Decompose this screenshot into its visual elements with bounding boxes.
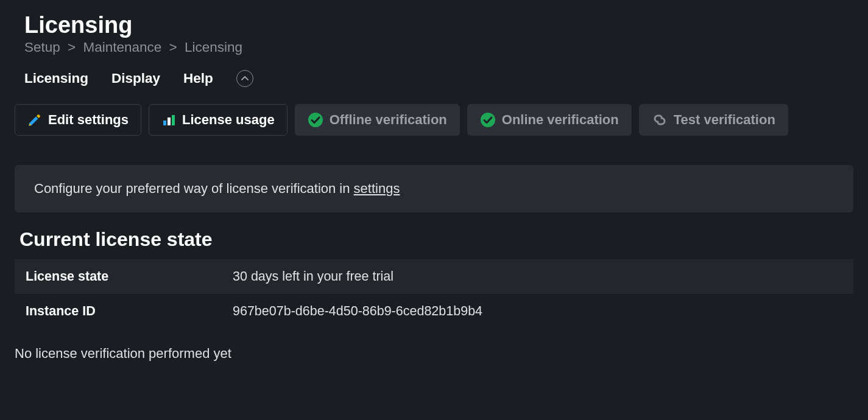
edit-settings-button[interactable]: Edit settings	[15, 104, 141, 136]
svg-rect-1	[168, 117, 171, 125]
breadcrumb-item[interactable]: Licensing	[185, 40, 242, 55]
button-label: Online verification	[502, 112, 619, 128]
breadcrumb-sep: >	[169, 40, 177, 55]
notice-text: Configure your preferred way of license …	[34, 181, 354, 196]
collapse-toggle[interactable]	[236, 70, 253, 87]
offline-verification-button[interactable]: Offline verification	[295, 104, 460, 136]
breadcrumb-item[interactable]: Maintenance	[83, 40, 161, 55]
breadcrumb-sep: >	[68, 40, 76, 55]
row-label: Instance ID	[26, 304, 233, 319]
svg-rect-0	[163, 121, 166, 125]
toolbar: Edit settings License usage Offline veri…	[15, 104, 853, 136]
button-label: Test verification	[674, 112, 775, 128]
button-label: Offline verification	[330, 112, 447, 128]
info-notice: Configure your preferred way of license …	[15, 165, 853, 212]
menu-display[interactable]: Display	[111, 71, 160, 86]
menu-help[interactable]: Help	[183, 71, 213, 86]
menu-licensing[interactable]: Licensing	[24, 71, 88, 86]
menubar: Licensing Display Help	[24, 70, 853, 87]
button-label: License usage	[182, 112, 275, 128]
svg-point-3	[308, 113, 323, 127]
section-title: Current license state	[19, 228, 853, 251]
settings-link[interactable]: settings	[354, 181, 400, 196]
svg-rect-2	[172, 115, 175, 125]
check-circle-icon	[308, 112, 323, 128]
row-value: 30 days left in your free trial	[233, 269, 393, 284]
svg-point-4	[481, 113, 495, 127]
test-verification-button[interactable]: Test verification	[639, 104, 788, 136]
button-label: Edit settings	[48, 112, 129, 128]
page-title: Licensing	[24, 12, 853, 38]
check-circle-icon	[480, 112, 496, 128]
verification-status: No license verification performed yet	[15, 346, 853, 362]
link-icon	[652, 112, 668, 128]
breadcrumb: Setup > Maintenance > Licensing	[24, 40, 853, 55]
row-value: 967be07b-d6be-4d50-86b9-6ced82b1b9b4	[233, 304, 482, 319]
row-label: License state	[26, 269, 233, 284]
online-verification-button[interactable]: Online verification	[467, 104, 632, 136]
table-row: Instance ID 967be07b-d6be-4d50-86b9-6ced…	[15, 294, 853, 329]
chevron-up-icon	[241, 76, 249, 81]
bar-chart-icon	[161, 113, 176, 127]
breadcrumb-item[interactable]: Setup	[24, 40, 60, 55]
license-usage-button[interactable]: License usage	[149, 104, 288, 136]
license-state-table: License state 30 days left in your free …	[15, 259, 853, 329]
table-row: License state 30 days left in your free …	[15, 259, 853, 294]
pencil-icon	[27, 113, 42, 127]
